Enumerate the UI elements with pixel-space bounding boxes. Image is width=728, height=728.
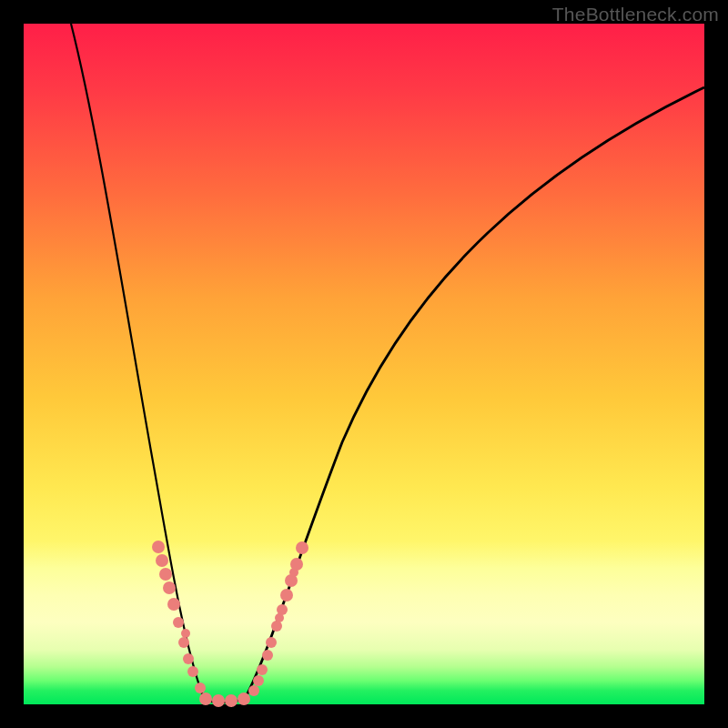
svg-point-27 bbox=[275, 613, 284, 622]
svg-point-17 bbox=[257, 664, 268, 675]
svg-point-3 bbox=[163, 581, 176, 594]
svg-point-7 bbox=[183, 653, 194, 664]
svg-point-0 bbox=[152, 541, 165, 553]
watermark-text: TheBottleneck.com bbox=[552, 4, 719, 25]
chart-svg bbox=[24, 24, 704, 704]
svg-point-2 bbox=[159, 568, 172, 581]
svg-point-5 bbox=[173, 617, 184, 628]
svg-point-26 bbox=[289, 568, 298, 577]
blob-group bbox=[152, 541, 308, 707]
right-curve bbox=[246, 87, 704, 697]
svg-point-18 bbox=[262, 650, 273, 661]
outer-frame: TheBottleneck.com bbox=[0, 0, 728, 728]
svg-point-25 bbox=[296, 541, 308, 554]
svg-point-6 bbox=[178, 637, 189, 648]
svg-point-10 bbox=[181, 629, 190, 638]
svg-point-1 bbox=[156, 554, 168, 567]
left-curve bbox=[71, 24, 204, 699]
svg-point-8 bbox=[187, 666, 198, 677]
svg-point-12 bbox=[212, 694, 225, 707]
plot-area bbox=[24, 24, 704, 704]
svg-point-11 bbox=[199, 693, 212, 705]
svg-point-16 bbox=[253, 675, 264, 686]
svg-point-4 bbox=[167, 598, 180, 611]
svg-point-19 bbox=[266, 637, 277, 648]
svg-point-15 bbox=[248, 685, 259, 696]
svg-point-22 bbox=[280, 589, 293, 602]
svg-point-9 bbox=[195, 682, 206, 693]
svg-point-14 bbox=[238, 693, 250, 705]
svg-point-13 bbox=[225, 694, 238, 707]
